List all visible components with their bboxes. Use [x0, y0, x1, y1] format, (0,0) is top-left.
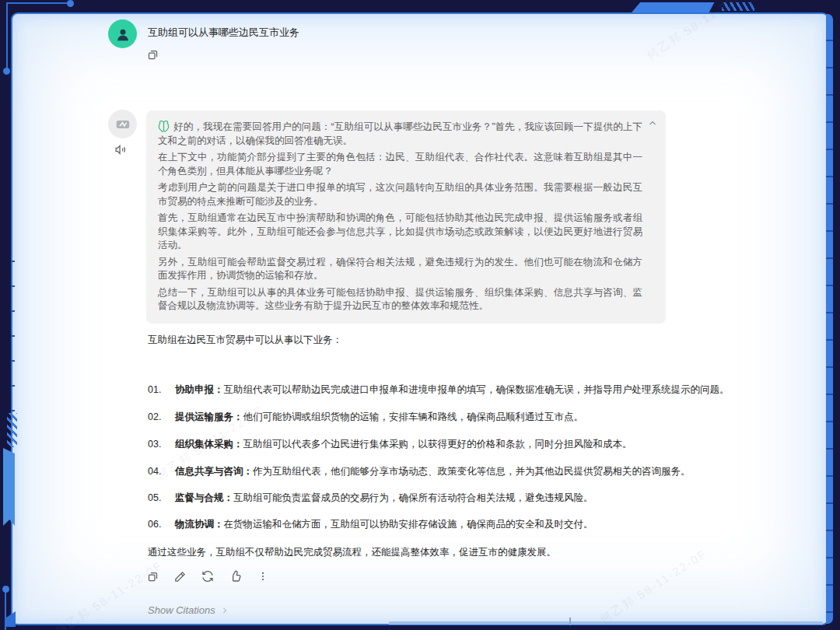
list-term: 信息共享与咨询：: [175, 466, 253, 477]
list-number: 01.: [148, 384, 175, 395]
frame-bottom-tick: [569, 618, 571, 625]
list-number: 04.: [148, 466, 175, 477]
list-term: 协助申报：: [175, 384, 224, 395]
list-number: 06.: [148, 519, 175, 530]
answer-intro: 互助组在边民互市贸易中可以从事以下业务：: [148, 334, 342, 347]
list-number: 02.: [148, 411, 175, 422]
list-item: 02.提供运输服务：他们可能协调或组织货物的运输，安排车辆和路线，确保商品顺利通…: [148, 411, 583, 424]
answer-conclusion: 通过这些业务，互助组不仅帮助边民完成贸易流程，还能提高整体效率，促进互市的健康发…: [148, 546, 556, 559]
list-text: 互助组可以代表多个边民进行集体采购，以获得更好的价格和条款，同时分担风险和成本。: [243, 439, 632, 450]
list-text: 他们可能协调或组织货物的运输，安排车辆和路线，确保商品顺利通过互市点。: [243, 411, 584, 422]
reasoning-paragraph: 首先，互助组通常在边民互市中扮演帮助和协调的角色，可能包括协助其他边民完成申报、…: [158, 212, 642, 253]
list-item: 06.物流协调：在货物运输和仓储方面，互助组可以协助安排存储设施，确保商品的安全…: [148, 518, 593, 531]
person-icon: [114, 26, 131, 43]
list-term: 物流协调：: [175, 519, 224, 530]
list-term: 提供运输服务：: [175, 411, 243, 422]
list-term: 组织集体采购：: [175, 439, 243, 450]
list-text: 在货物运输和仓储方面，互助组可以协助安排存储设施，确保商品的安全和及时交付。: [224, 519, 593, 530]
pencil-icon[interactable]: [174, 571, 186, 583]
frame-bottom-segment: [389, 621, 823, 625]
circuit-line-left-top: [6, 2, 8, 69]
speaker-icon[interactable]: [114, 143, 128, 156]
list-item: 01.协助申报：互助组代表可以帮助边民完成进口申报单和进境申报单的填写，确保数据…: [148, 383, 730, 397]
frame-left-ticks: [11, 237, 15, 412]
frame-left-bar: [3, 448, 15, 526]
kebab-menu-icon[interactable]: [257, 570, 268, 583]
copy-icon[interactable]: [147, 571, 159, 583]
bot-logo-icon: [114, 116, 131, 133]
frame-top-hashes: [722, 2, 754, 11]
brain-icon: [158, 121, 170, 132]
reasoning-paragraph: 总结一下，互助组可以从事的具体业务可能包括协助申报、提供运输服务、组织集体采购、…: [158, 286, 642, 313]
list-item: 04.信息共享与咨询：作为互助组代表，他们能够分享市场动态、政策变化等信息，并为…: [148, 465, 691, 478]
list-item: 05.监督与合规：互助组可能负责监督成员的交易行为，确保所有活动符合相关法规，避…: [148, 492, 593, 505]
circuit-line-top: [8, 2, 68, 4]
assistant-avatar: [108, 110, 137, 138]
user-avatar: [108, 19, 137, 48]
list-text: 互助组代表可以帮助边民完成进口申报单和进境申报单的填写，确保数据准确无误，并指导…: [224, 384, 730, 395]
reasoning-paragraph: 好的，我现在需要回答用户的问题：“互助组可以从事哪些边民互市业务？”首先，我应该…: [158, 121, 642, 148]
reasoning-paragraph: 考虑到用户之前的问题是关于进口申报单的填写，这次问题转向互助组的具体业务范围。我…: [158, 181, 642, 208]
frame-right-band: [826, 14, 833, 624]
frame-left-hashes: [7, 413, 17, 447]
reasoning-card: 好的，我现在需要回答用户的问题：“互助组可以从事哪些边民互市业务？”首先，我应该…: [146, 110, 666, 324]
circuit-node-dot: [67, 0, 74, 7]
list-term: 监督与合规：: [175, 492, 233, 503]
chevron-up-icon[interactable]: [647, 118, 658, 129]
list-text: 作为互助组代表，他们能够分享市场动态、政策变化等信息，并为其他边民提供贸易相关的…: [253, 466, 691, 477]
list-text: 互助组可能负责监督成员的交易行为，确保所有活动符合相关法规，避免违规风险。: [233, 492, 593, 503]
list-item: 03.组织集体采购：互助组可以代表多个边民进行集体采购，以获得更好的价格和条款，…: [148, 438, 632, 451]
circuit-node-dot: [3, 68, 10, 75]
list-number: 05.: [148, 492, 175, 503]
show-citations-link[interactable]: Show Citations: [148, 604, 229, 616]
reasoning-paragraph: 在上下文中，功能简介部分提到了主要的角色包括：边民、互助组代表、合作社代表。这意…: [158, 151, 642, 178]
show-citations-label: Show Citations: [148, 604, 215, 616]
thumbs-up-icon[interactable]: [229, 570, 242, 583]
circuit-line-left-bottom: [5, 592, 6, 630]
reasoning-paragraph: 另外，互助组可能会帮助监督交易过程，确保符合相关法规，避免违规行为的发生。他们也…: [158, 256, 642, 283]
message-actions: [147, 570, 268, 583]
copy-icon[interactable]: [147, 49, 159, 61]
refresh-icon[interactable]: [201, 570, 214, 583]
chevron-right-icon: [220, 606, 229, 615]
list-number: 03.: [148, 439, 175, 450]
user-message: 互助组可以从事哪些边民互市业务: [148, 26, 299, 40]
frame-top-tab: [632, 2, 719, 12]
